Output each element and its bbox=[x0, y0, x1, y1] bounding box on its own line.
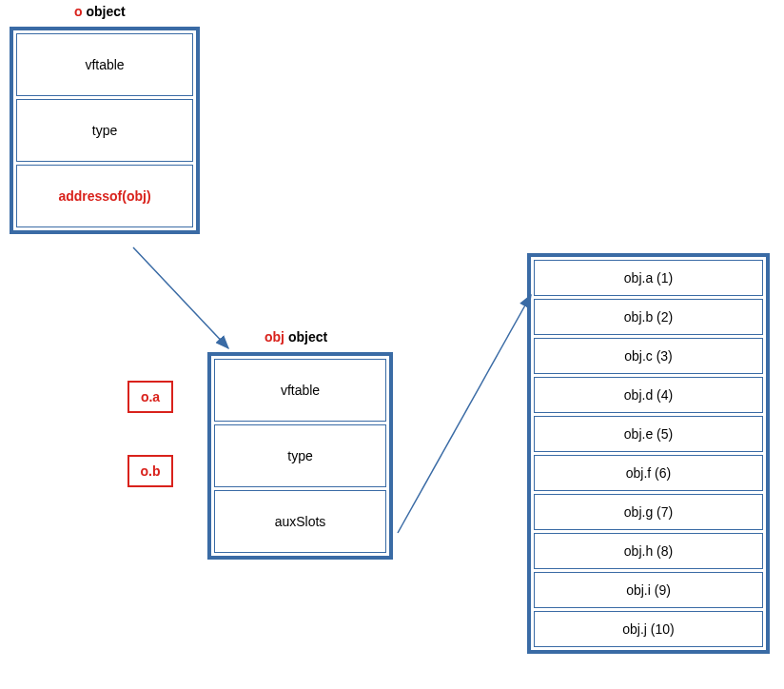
obj-object-label: obj object bbox=[265, 329, 327, 344]
svg-line-3 bbox=[398, 295, 531, 533]
oa-side-box: o.a bbox=[127, 381, 173, 413]
o-cell-type: type bbox=[16, 99, 193, 162]
o-label-red: o bbox=[74, 4, 83, 19]
slot-cell-8: obj.i (9) bbox=[534, 572, 763, 608]
obj-object-box: vftable type auxSlots bbox=[207, 352, 393, 560]
slot-cell-4: obj.e (5) bbox=[534, 416, 763, 452]
o-cell-addressof: addressof(obj) bbox=[16, 165, 193, 227]
slot-cell-7: obj.h (8) bbox=[534, 533, 763, 569]
obj-cell-auxslots: auxSlots bbox=[214, 490, 386, 553]
o-object-box: vftable type addressof(obj) bbox=[10, 27, 200, 234]
obj-cell-vftable: vftable bbox=[214, 359, 386, 422]
slot-cell-2: obj.c (3) bbox=[534, 338, 763, 374]
ob-side-box: o.b bbox=[127, 455, 173, 487]
slots-array-box: obj.a (1) obj.b (2) obj.c (3) obj.d (4) … bbox=[527, 253, 770, 654]
slot-cell-5: obj.f (6) bbox=[534, 455, 763, 491]
obj-label-rest: object bbox=[284, 329, 327, 344]
slot-cell-3: obj.d (4) bbox=[534, 377, 763, 413]
obj-cell-type: type bbox=[214, 424, 386, 487]
slot-cell-1: obj.b (2) bbox=[534, 299, 763, 335]
slot-cell-6: obj.g (7) bbox=[534, 494, 763, 530]
o-object-label: o object bbox=[74, 4, 126, 19]
obj-label-red: obj bbox=[265, 329, 284, 344]
slot-cell-0: obj.a (1) bbox=[534, 260, 763, 296]
slot-cell-9: obj.j (10) bbox=[534, 611, 763, 647]
o-label-rest: object bbox=[83, 4, 126, 19]
svg-line-2 bbox=[133, 247, 228, 348]
o-cell-vftable: vftable bbox=[16, 33, 193, 96]
